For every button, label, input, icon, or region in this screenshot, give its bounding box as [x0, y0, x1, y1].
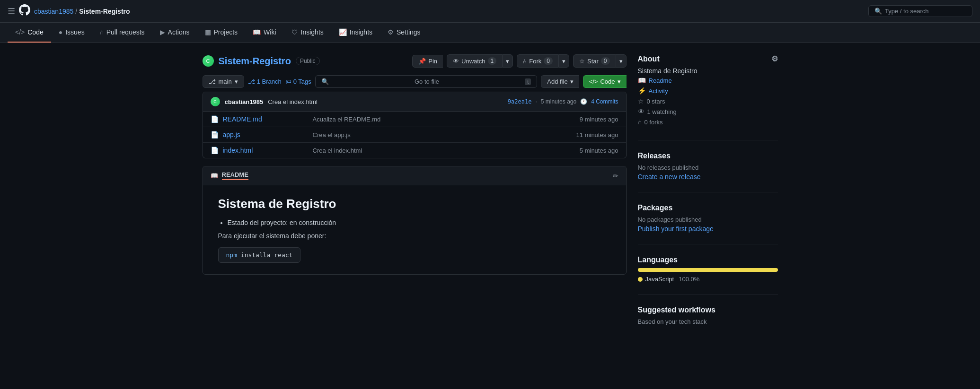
create-release-link[interactable]: Create a new release [638, 173, 701, 181]
repo-main: C Sistem-Registro Public 📌 Pin 👁 Unwatch [203, 54, 627, 350]
file-row: 📄 index.html Crea el index.html 5 minute… [203, 143, 626, 158]
repo-sidebar: About ⚙ Sistema de Registro 📖 Readme ⚡ A… [638, 54, 778, 350]
watch-btn-group: 👁 Unwatch 1 ▾ [447, 54, 513, 68]
file-row: 📄 app.js Crea el app.js 11 minutes ago [203, 127, 626, 143]
star-count: 0 [601, 57, 610, 65]
tab-security[interactable]: 🛡 Insights [284, 23, 331, 43]
star-button[interactable]: ☆ Star 0 [573, 54, 616, 68]
commits-count-label: 4 Commits [591, 98, 618, 105]
tab-actions-label: Actions [168, 28, 190, 36]
about-label: About [638, 55, 660, 63]
go-to-file-btn[interactable]: 🔍 Go to file t [315, 75, 537, 88]
file-name-readme[interactable]: README.md [223, 115, 308, 123]
commits-link[interactable]: 4 Commits [591, 98, 618, 105]
languages-section: Languages JavaScript 100.0% [638, 256, 778, 294]
code-button[interactable]: </> Code ▾ [583, 75, 627, 88]
file-table: C cbastian1985 Crea el index.html 9a2ea1… [203, 92, 627, 158]
branch-selector[interactable]: ⎇ main ▾ [203, 75, 244, 88]
readme-list: Estado del proyecto: en construcción [228, 219, 611, 226]
repo-title[interactable]: Sistem-Registro [219, 56, 291, 67]
tab-pull-requests[interactable]: ⑃ Pull requests [92, 23, 152, 43]
branches-link[interactable]: ⎇ 1 Branch [248, 78, 282, 85]
commit-hash[interactable]: 9a2ea1e [508, 98, 532, 105]
star-btn-group: ☆ Star 0 ▾ [573, 54, 627, 68]
repo-title-row: C Sistem-Registro Public [203, 55, 320, 67]
tab-wiki[interactable]: 📖 Wiki [245, 23, 283, 43]
watch-dropdown-button[interactable]: ▾ [502, 54, 513, 68]
tags-link[interactable]: 🏷 0 Tags [285, 78, 311, 85]
packages-no-data: No packages published [638, 216, 778, 223]
commit-time: 5 minutes ago [541, 98, 576, 105]
wiki-icon: 📖 [253, 28, 261, 36]
about-settings-icon[interactable]: ⚙ [771, 54, 778, 63]
file-icon-indexhtml: 📄 [211, 147, 218, 154]
star-icon: ☆ [579, 58, 585, 65]
branch-dropdown-icon: ▾ [235, 78, 238, 85]
breadcrumb-owner[interactable]: cbastian1985 [34, 8, 73, 15]
tab-settings-label: Settings [397, 28, 421, 36]
github-logo [19, 4, 30, 18]
releases-label: Releases [638, 152, 671, 160]
commit-author[interactable]: cbastian1985 [225, 98, 264, 105]
file-name-appjs[interactable]: app.js [223, 131, 308, 138]
publish-package-link[interactable]: Publish your first package [638, 225, 714, 233]
fork-dropdown-button[interactable]: ▾ [558, 54, 569, 68]
repo-header: C Sistem-Registro Public 📌 Pin 👁 Unwatch [203, 54, 627, 68]
tab-projects[interactable]: ▦ Projects [197, 23, 246, 43]
pin-button[interactable]: 📌 Pin [412, 55, 443, 68]
pin-label: Pin [428, 58, 437, 65]
breadcrumb-repo[interactable]: Sistem-Registro [79, 8, 130, 15]
watch-label: Unwatch [461, 58, 486, 65]
readme-edit-icon[interactable]: ✏ [613, 172, 618, 180]
tab-code[interactable]: </> Code [8, 23, 51, 43]
commit-message: Crea el index.html [268, 98, 318, 105]
readme-content: Sistema de Registro Estado del proyecto:… [203, 185, 626, 274]
branch-icon: ⎇ [209, 78, 216, 85]
file-icon-appjs: 📄 [211, 131, 218, 138]
file-time-readme: 9 minutes ago [580, 116, 618, 123]
fork-icon: ⑃ [523, 58, 527, 65]
commit-meta: 9a2ea1e · 5 minutes ago 🕐 4 Commits [508, 98, 618, 105]
about-title: About ⚙ [638, 54, 778, 63]
tab-insights[interactable]: 📈 Insights [331, 23, 380, 43]
js-lang-percent: 100.0% [679, 276, 699, 283]
tab-projects-label: Projects [214, 28, 238, 36]
add-file-button[interactable]: Add file ▾ [541, 75, 579, 88]
suggested-workflows-section: Suggested workflows Based on your tech s… [638, 306, 778, 338]
watch-button[interactable]: 👁 Unwatch 1 [447, 54, 502, 68]
hamburger-icon[interactable]: ☰ [8, 6, 15, 17]
code-keyword: npm [226, 251, 237, 259]
js-lang-name: JavaScript [645, 276, 674, 283]
nav-left: ☰ cbastian1985 / Sistem-Registro [8, 4, 861, 18]
readme-code-block: npm installa react [218, 247, 301, 263]
file-commit-appjs: Crea el app.js [313, 131, 572, 138]
add-file-btn-group: Add file ▾ [541, 75, 579, 88]
tab-code-label: Code [27, 28, 43, 36]
tab-pull-requests-label: Pull requests [106, 28, 145, 36]
language-item-js: JavaScript 100.0% [638, 276, 778, 283]
tab-actions[interactable]: ▶ Actions [152, 23, 197, 43]
tab-issues[interactable]: ● Issues [51, 23, 92, 43]
file-name-indexhtml[interactable]: index.html [223, 147, 308, 154]
tags-label: 0 Tags [293, 78, 311, 85]
readme-h1: Sistema de Registro [218, 197, 611, 211]
readme-link[interactable]: Readme [649, 77, 672, 84]
tags-icon: 🏷 [285, 78, 291, 85]
pull-requests-icon: ⑃ [100, 28, 104, 36]
languages-label: Languages [638, 256, 678, 264]
search-bar[interactable]: 🔍 Type / to search [868, 5, 972, 17]
activity-link[interactable]: Activity [649, 87, 668, 95]
readme-title: 📖 README [211, 171, 248, 180]
fork-button[interactable]: ⑃ Fork 0 [517, 54, 558, 68]
tab-security-label: Insights [301, 28, 324, 36]
code-cmd4: react [274, 251, 292, 259]
packages-section: Packages No packages published Publish y… [638, 204, 778, 244]
star-dropdown-button[interactable]: ▾ [616, 54, 627, 68]
tab-wiki-label: Wiki [264, 28, 276, 36]
suggested-workflows-title: Suggested workflows [638, 306, 778, 314]
commit-author-avatar: C [211, 97, 220, 106]
tab-settings[interactable]: ⚙ Settings [380, 23, 428, 43]
readme-header: 📖 README ✏ [203, 166, 626, 185]
stars-icon: ☆ [638, 97, 644, 105]
clock-icon: 🕐 [580, 98, 587, 105]
